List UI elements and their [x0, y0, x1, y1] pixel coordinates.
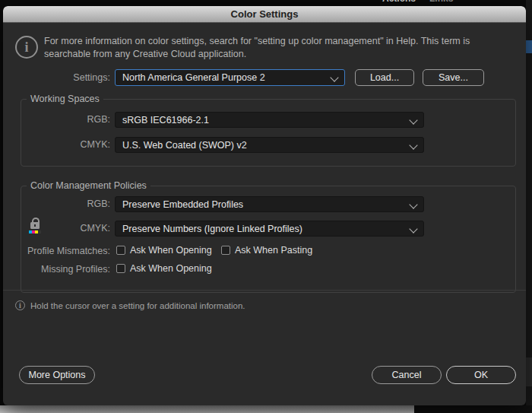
- policies-legend: Color Management Policies: [27, 180, 150, 191]
- background-statusbar-dark: [414, 405, 532, 413]
- ws-cmyk-select[interactable]: U.S. Web Coated (SWOP) v2: [115, 137, 424, 153]
- pol-rgb-value: Preserve Embedded Profiles: [122, 199, 243, 210]
- ask-when-pasting-checkbox[interactable]: [221, 246, 230, 255]
- settings-value: North America General Purpose 2: [122, 72, 265, 83]
- pol-rgb-label: RGB:: [3, 199, 110, 209]
- settings-label: Settings:: [3, 72, 110, 83]
- chevron-down-icon: [409, 116, 417, 124]
- ws-rgb-label: RGB:: [3, 114, 110, 125]
- tab-links[interactable]: Links: [429, 0, 453, 4]
- banner-line2: searchable from any Creative Cloud appli…: [44, 48, 515, 61]
- background-panel-tabs: Actions Links: [382, 0, 489, 5]
- chevron-down-icon: [409, 200, 417, 208]
- more-options-button[interactable]: More Options: [19, 366, 95, 384]
- background-statusbar-light: [0, 405, 414, 413]
- ask-when-opening-label: Ask When Opening: [130, 244, 212, 256]
- ws-cmyk-value: U.S. Web Coated (SWOP) v2: [122, 140, 247, 151]
- color-settings-dialog: Color Settings i For more information on…: [3, 6, 526, 405]
- pol-cmyk-select[interactable]: Preserve Numbers (Ignore Linked Profiles…: [115, 221, 424, 237]
- profile-mismatches-label: Profile Mismatches:: [3, 246, 110, 256]
- missing-ask-when-opening-label: Ask When Opening: [130, 262, 212, 275]
- ws-rgb-select[interactable]: sRGB IEC61966-2.1: [115, 112, 424, 128]
- background-panel-strip: [526, 0, 532, 413]
- ok-button[interactable]: OK: [446, 366, 516, 384]
- load-button[interactable]: Load...: [355, 69, 414, 86]
- background-selection-fragment: [526, 40, 532, 53]
- banner-line1: For more information on color settings, …: [44, 35, 515, 48]
- divider: [3, 290, 526, 291]
- info-icon: i: [15, 36, 38, 59]
- ask-when-pasting-label: Ask When Pasting: [235, 244, 312, 256]
- chevron-down-icon: [330, 73, 338, 81]
- screen: Actions Links Color Settings i For more …: [0, 0, 532, 413]
- save-button[interactable]: Save...: [423, 69, 484, 86]
- dialog-titlebar: Color Settings: [3, 6, 526, 23]
- cancel-button[interactable]: Cancel: [372, 366, 442, 384]
- missing-profiles-label: Missing Profiles:: [3, 264, 110, 275]
- chevron-down-icon: [409, 224, 417, 233]
- working-spaces-legend: Working Spaces: [27, 94, 103, 104]
- missing-ask-when-opening-checkbox[interactable]: [116, 264, 125, 273]
- hint-info-icon: i: [15, 300, 25, 310]
- ws-cmyk-label: CMYK:: [3, 139, 110, 150]
- background-panel-fragment: [526, 357, 532, 386]
- hint-text: Hold the cursor over a setting for addit…: [30, 300, 245, 311]
- working-spaces-group: [21, 99, 516, 167]
- ask-when-opening-checkbox[interactable]: [116, 246, 125, 255]
- tab-actions[interactable]: Actions: [382, 0, 416, 4]
- settings-select[interactable]: North America General Purpose 2: [115, 69, 345, 86]
- dialog-title: Color Settings: [231, 8, 299, 20]
- banner-text: For more information on color settings, …: [44, 35, 515, 60]
- pol-rgb-select[interactable]: Preserve Embedded Profiles: [115, 196, 424, 212]
- pol-cmyk-value: Preserve Numbers (Ignore Linked Profiles…: [122, 224, 302, 234]
- ws-rgb-value: sRGB IEC61966-2.1: [122, 115, 209, 125]
- chevron-down-icon: [409, 141, 417, 149]
- pol-cmyk-label: CMYK:: [3, 223, 110, 234]
